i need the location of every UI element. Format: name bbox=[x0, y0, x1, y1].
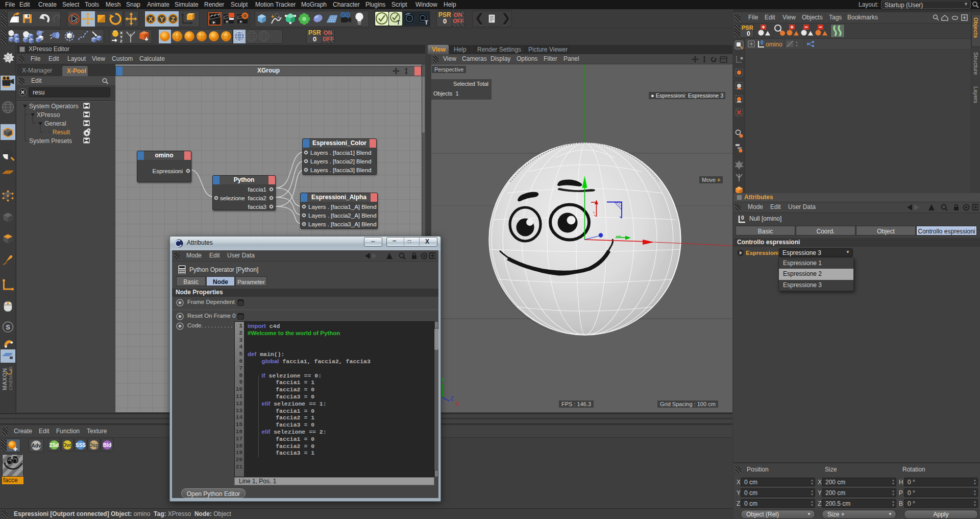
svg-text:General: General bbox=[44, 120, 66, 127]
svg-text:+: + bbox=[271, 13, 274, 19]
svg-text:Z: Z bbox=[171, 15, 175, 23]
svg-text:MAXON: MAXON bbox=[2, 368, 8, 390]
svg-text:X: X bbox=[149, 15, 153, 23]
svg-text:XPresso: XPresso bbox=[37, 111, 60, 119]
svg-text:Z: Z bbox=[120, 39, 122, 43]
svg-text:Y: Y bbox=[441, 377, 445, 383]
svg-text:Result: Result bbox=[53, 129, 70, 136]
svg-text:SSS: SSS bbox=[76, 442, 86, 448]
svg-text:0: 0 bbox=[761, 40, 764, 45]
svg-text:0: 0 bbox=[741, 215, 744, 221]
svg-text:System Operators: System Operators bbox=[29, 103, 79, 110]
svg-text:S: S bbox=[6, 323, 10, 331]
svg-text:2Sd: 2Sd bbox=[50, 442, 59, 448]
svg-text:Z: Z bbox=[450, 395, 454, 402]
svg-text:Ovd: Ovd bbox=[62, 442, 72, 448]
svg-text:Dsp: Dsp bbox=[89, 442, 99, 448]
svg-text:T: T bbox=[425, 19, 428, 26]
svg-text:CINEMA4D: CINEMA4D bbox=[8, 366, 13, 390]
svg-text:System Presets: System Presets bbox=[29, 137, 72, 145]
svg-text:Adv: Adv bbox=[32, 443, 41, 449]
svg-text:T: T bbox=[397, 19, 400, 26]
svg-text:Y: Y bbox=[160, 15, 164, 23]
svg-text:Bld: Bld bbox=[103, 442, 111, 448]
svg-text:X: X bbox=[456, 400, 460, 407]
